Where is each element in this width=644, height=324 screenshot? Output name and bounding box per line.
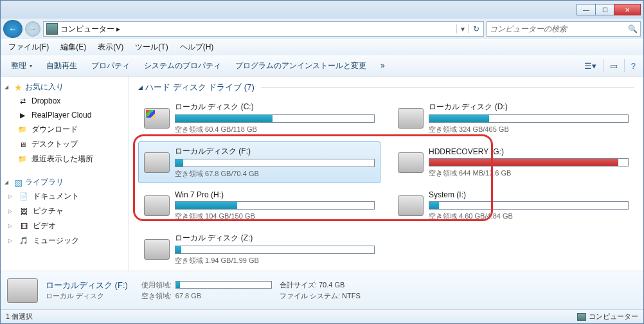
- drive-label: ローカルディスク (F:): [175, 146, 375, 157]
- menu-file[interactable]: ファイル(F): [3, 40, 54, 54]
- drive-item[interactable]: ローカルディスク (F:) 空き領域 67.8 GB/70.4 GB: [138, 141, 380, 183]
- item-label: ダウンロード: [31, 124, 78, 135]
- drive-label: ローカル ディスク (D:): [429, 102, 629, 113]
- used-bar: [175, 281, 272, 289]
- system-properties-button[interactable]: システムのプロパティ: [138, 58, 228, 74]
- item-icon: 🖥: [17, 140, 28, 150]
- toolbar-more[interactable]: »: [374, 59, 391, 73]
- item-label: 最近表示した場所: [31, 154, 93, 165]
- properties-button[interactable]: プロパティ: [85, 58, 136, 74]
- menu-edit[interactable]: 編集(E): [55, 40, 91, 54]
- autoplay-button[interactable]: 自動再生: [40, 58, 84, 74]
- drive-label: System (I:): [429, 190, 629, 199]
- drive-item[interactable]: System (I:) 空き領域 4.60 GB/4.84 GB: [392, 186, 634, 226]
- drive-icon: [144, 239, 170, 260]
- drive-free-text: 空き領域 60.4 GB/118 GB: [175, 125, 375, 134]
- refresh-button[interactable]: ↻: [468, 24, 483, 33]
- sidebar-item[interactable]: ▶RealPlayer Cloud: [2, 108, 127, 122]
- details-pane: ローカルディスク (F:) ローカル ディスク 使用領域: 空き領域: 67.8…: [1, 271, 643, 309]
- used-label: 使用領域:: [136, 280, 172, 290]
- drive-icon: [144, 195, 170, 216]
- forward-button[interactable]: →: [25, 21, 40, 37]
- menu-view[interactable]: 表示(V): [93, 40, 129, 54]
- search-icon[interactable]: 🔍: [628, 24, 638, 33]
- section-title: ハード ディスク ドライブ (7): [145, 82, 255, 93]
- close-button[interactable]: ✕: [614, 4, 641, 15]
- drive-item[interactable]: ローカル ディスク (C:) 空き領域 60.4 GB/118 GB: [138, 97, 380, 139]
- drive-free-text: 空き領域 4.60 GB/4.84 GB: [429, 212, 629, 221]
- menu-help[interactable]: ヘルプ(H): [175, 40, 219, 54]
- command-bar: 整理 自動再生 プロパティ システムのプロパティ プログラムのアンインストールと…: [1, 55, 643, 76]
- item-label: Dropbox: [31, 96, 60, 105]
- item-icon: ▶: [17, 110, 28, 120]
- drive-icon: [398, 195, 424, 216]
- drive-free-text: 空き領域 104 GB/150 GB: [175, 212, 375, 221]
- drive-icon: [7, 278, 38, 303]
- uninstall-button[interactable]: プログラムのアンインストールと変更: [229, 58, 373, 74]
- capacity-bar: [429, 158, 629, 166]
- free-value: 67.8 GB: [175, 292, 201, 300]
- expand-icon: ▷: [8, 208, 15, 214]
- navigation-pane: ◢ ★ お気に入り ⇄Dropbox▶RealPlayer Cloud📁ダウンロ…: [1, 76, 129, 271]
- sidebar-favorites-label: お気に入り: [25, 82, 64, 93]
- drive-icon: [144, 152, 170, 173]
- drive-free-text: 空き領域 324 GB/465 GB: [429, 125, 629, 134]
- status-selection: 1 個選択: [6, 312, 33, 321]
- content-pane: ◢ ハード ディスク ドライブ (7) ローカル ディスク (C:) 空き領域 …: [129, 76, 643, 271]
- sidebar-libraries-header[interactable]: ◢ ▧ ライブラリ: [2, 176, 127, 189]
- capacity-bar: [429, 114, 629, 123]
- titlebar[interactable]: — ☐ ✕: [1, 1, 643, 19]
- item-icon: ⇄: [17, 96, 28, 106]
- address-bar[interactable]: コンピューター ▸ ▾ ↻: [43, 21, 484, 37]
- computer-icon: [46, 23, 58, 35]
- item-label: RealPlayer Cloud: [31, 111, 91, 120]
- breadcrumb[interactable]: コンピューター ▸: [60, 24, 456, 35]
- drive-item[interactable]: ローカル ディスク (D:) 空き領域 324 GB/465 GB: [392, 97, 634, 139]
- total-value: 70.4 GB: [319, 281, 344, 289]
- sidebar-item[interactable]: ▷📄ドキュメント: [2, 189, 127, 204]
- drive-label: HDDRECOVERY (G:): [429, 147, 629, 156]
- item-label: デスクトップ: [31, 139, 78, 150]
- status-bar: 1 個選択 コンピューター: [1, 309, 643, 323]
- search-box[interactable]: 🔍: [487, 21, 641, 37]
- sidebar-item[interactable]: 🖥デスクトップ: [2, 137, 127, 152]
- navigation-bar: ← → コンピューター ▸ ▾ ↻ 🔍: [1, 19, 643, 39]
- item-icon: 🎵: [19, 236, 29, 246]
- sidebar-item[interactable]: 📁最近表示した場所: [2, 152, 127, 166]
- back-button[interactable]: ←: [3, 20, 22, 38]
- sidebar-favorites-header[interactable]: ◢ ★ お気に入り: [2, 80, 127, 94]
- sidebar-item[interactable]: ▷🖼ピクチャ: [2, 204, 127, 219]
- organize-button[interactable]: 整理: [4, 58, 39, 74]
- free-label: 空き領域:: [136, 291, 172, 301]
- help-button[interactable]: ?: [627, 60, 640, 72]
- drive-item[interactable]: Win 7 Pro (H:) 空き領域 104 GB/150 GB: [138, 186, 380, 226]
- computer-icon: [577, 313, 586, 321]
- capacity-bar: [429, 201, 629, 210]
- drive-label: ローカル ディスク (Z:): [175, 233, 375, 244]
- preview-pane-button[interactable]: ▭: [606, 60, 622, 72]
- maximize-button[interactable]: ☐: [595, 4, 614, 15]
- sidebar-item[interactable]: 📁ダウンロード: [2, 122, 127, 137]
- expand-icon: ▷: [8, 223, 15, 229]
- drive-label: Win 7 Pro (H:): [175, 190, 375, 199]
- item-label: ドキュメント: [33, 191, 79, 202]
- details-title: ローカルディスク (F:): [46, 280, 128, 291]
- drive-item[interactable]: HDDRECOVERY (G:) 空き領域 644 MB/12.6 GB: [392, 141, 634, 183]
- sidebar-item[interactable]: ▷🎵ミュージック: [2, 233, 127, 248]
- minimize-button[interactable]: —: [577, 4, 596, 15]
- drive-item[interactable]: ローカル ディスク (Z:) 空き領域 1.94 GB/1.99 GB: [138, 228, 380, 270]
- expand-icon: ▷: [8, 238, 15, 244]
- collapse-icon: ◢: [4, 179, 11, 185]
- search-input[interactable]: [490, 24, 628, 33]
- section-header[interactable]: ◢ ハード ディスク ドライブ (7): [138, 82, 634, 93]
- sidebar-item[interactable]: ▷🎞ビデオ: [2, 219, 127, 233]
- item-icon: 📁: [17, 154, 28, 165]
- view-mode-button[interactable]: ☰▾: [580, 60, 600, 72]
- menu-tools[interactable]: ツール(T): [130, 40, 173, 54]
- libraries-icon: ▧: [13, 177, 23, 188]
- drive-free-text: 空き領域 1.94 GB/1.99 GB: [175, 256, 375, 266]
- item-icon: 📁: [17, 125, 28, 135]
- sidebar-item[interactable]: ⇄Dropbox: [2, 94, 127, 108]
- address-dropdown[interactable]: ▾: [456, 24, 468, 33]
- capacity-bar: [175, 246, 375, 254]
